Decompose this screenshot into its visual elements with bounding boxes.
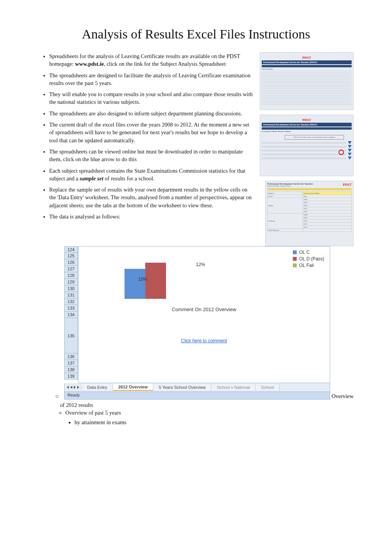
thumb-title: Professional Development Service for Tea…: [262, 60, 352, 64]
thumbnail-results-page: PDST Professional Development Service fo…: [260, 115, 354, 176]
row-header: 137: [64, 360, 78, 367]
bullet-item: The spreadsheets are also designed to in…: [49, 110, 253, 117]
subject-value: Construction Studies: [302, 192, 351, 195]
year-label: Year: [302, 195, 351, 198]
row-header: 134: [64, 312, 78, 318]
row-header: 133: [64, 305, 78, 312]
latest-stories-label: Latest Stories: [262, 68, 273, 70]
sub-sub-bullet-item: by attainment in exams: [75, 418, 354, 426]
bullet-item: They will enable you to compare results …: [49, 90, 253, 106]
tab-first-icon: [67, 386, 69, 389]
year-cell: 2010: [302, 220, 351, 223]
red-highlight-circle-icon: [339, 150, 344, 155]
thumb3-table: SubjectConstruction Studies LevelYear Hi…: [267, 192, 352, 232]
link-text: www.pdst.ie: [75, 61, 104, 67]
overview-text: Overview: [332, 393, 354, 400]
text: , click on the link for the Subject Anal…: [104, 61, 226, 67]
comment-section-title: Comment On 2012 Overview: [78, 307, 330, 312]
tab-data-entry[interactable]: Data Entry: [82, 384, 113, 390]
tab-next-icon: [74, 386, 76, 389]
year-cell: 2009: [302, 201, 351, 204]
sub-bullet-item: of 2012 results: [60, 401, 354, 409]
pdst-logo-text: PDST: [262, 54, 352, 60]
excel-status-bar: Ready: [64, 392, 330, 400]
tab-2012-overview[interactable]: 2012 Overview: [113, 384, 153, 391]
main-bullet-list: Spreadsheets for the analysis of Leaving…: [38, 52, 253, 220]
legend-label: OL D (Pass): [299, 256, 324, 262]
tab-school[interactable]: School: [256, 384, 280, 390]
comment-link[interactable]: Click here to comment: [78, 338, 330, 343]
thumb3-subtitle: Subject Results Analysis Sheet: [267, 185, 352, 187]
subject-label: Subject: [267, 192, 303, 195]
year-cell: 2008: [302, 198, 351, 201]
sub-bullet-list: of 2012 results Overview of past 5 years…: [38, 401, 354, 426]
sample-set-text: sample set: [80, 175, 103, 182]
legend-label: OL Fail: [299, 263, 314, 268]
row-header: 127: [64, 266, 78, 272]
download-arrow-icon: [348, 149, 352, 152]
row-header: 136: [64, 353, 78, 360]
bullet-item: The data is analysed as follows:: [49, 213, 253, 220]
tab-last-icon: [77, 386, 79, 389]
legend-swatch-icon: [293, 257, 297, 261]
text: Overview of past 5 years: [65, 410, 121, 416]
document-page: Analysis of Results Excel Files Instruct…: [0, 0, 392, 555]
bullet-column: Spreadsheets for the analysis of Leaving…: [38, 52, 253, 246]
chart-canvas: OL C OL D (Pass) OL Fail 10% 12% Comment…: [78, 246, 330, 383]
row-header: 125: [64, 253, 78, 259]
row-header: 135: [64, 318, 78, 353]
content-row: Spreadsheets for the analysis of Leaving…: [38, 52, 354, 246]
excel-chart-area: ○ 124 125 126 127 128 129 130 131 132 13…: [38, 246, 354, 426]
legend-label: OL C: [299, 250, 310, 255]
comment-link-text: Click here to comment: [181, 338, 227, 343]
download-arrow-icon: [348, 141, 352, 144]
total-students-label: Total Students: [267, 229, 303, 232]
legend-swatch-icon: [293, 263, 297, 267]
sub-sub-bullet-list: by attainment in exams: [65, 418, 354, 426]
tab-prev-icon: [70, 386, 72, 389]
chart-legend: OL C OL D (Pass) OL Fail: [293, 250, 324, 269]
results-analysis-label: Leaving Certificate Results analysis: [262, 130, 291, 132]
download-arrow-icon: [348, 153, 352, 156]
bullet-item: The spreadsheets can be viewed online bu…: [49, 148, 253, 163]
row-header: 139: [64, 373, 78, 380]
tab-school-v-national[interactable]: School v National: [211, 384, 256, 390]
year-cell: 2012: [302, 210, 351, 213]
pdst-logo-text: PDST: [343, 183, 352, 187]
thumbnail-data-entry-sheet: PDST Professional Development Service fo…: [265, 181, 354, 246]
excel-screenshot: 124 125 126 127 128 129 130 131 132 133 …: [64, 246, 330, 400]
thumb-title: Professional Development Service for Tea…: [262, 123, 352, 127]
row-header: 126: [64, 259, 78, 266]
bullet-item: Spreadsheets for the analysis of Leaving…: [49, 52, 253, 68]
bullet-item: The spreadsheets are designed to facilit…: [49, 72, 253, 87]
download-hint-box: Click on the blue arrow to download to y…: [285, 135, 344, 140]
side-images-column: PDST Professional Development Service fo…: [260, 52, 354, 246]
bullet-item: Each subject spreadsheet contains the St…: [49, 167, 253, 183]
page-title: Analysis of Results Excel Files Instruct…: [38, 27, 354, 42]
bar-ol-d-pass: [145, 263, 166, 299]
download-arrow-icon: [348, 145, 352, 148]
year-cell: 2008: [302, 213, 351, 217]
pdst-logo-text: PDST: [262, 117, 352, 123]
tab-nav-controls[interactable]: [65, 386, 82, 389]
tab-5-years-overview[interactable]: 5 Years School Overview: [153, 384, 211, 390]
year-cell: 2009: [302, 217, 351, 220]
row-header: 129: [64, 279, 78, 285]
row-header: 128: [64, 272, 78, 279]
bar-value-label: 10%: [138, 277, 148, 282]
row-header: 138: [64, 367, 78, 373]
bullet-item: The current draft of the excel files cov…: [49, 121, 253, 144]
year-cell: 2012: [302, 226, 351, 229]
excel-row-headers: 124 125 126 127 128 129 130 131 132 133 …: [64, 246, 78, 383]
excel-sheet-tabs: Data Entry 2012 Overview 5 Years School …: [64, 383, 330, 392]
higher-label: Higher: [267, 198, 303, 213]
row-header: 130: [64, 285, 78, 292]
sub-bullet-item: Overview of past 5 years by attainment i…: [65, 409, 354, 426]
bullet-item: Replace the sample set of results with y…: [49, 186, 253, 209]
text: of results for a school.: [103, 175, 154, 182]
year-cell: 2010: [302, 204, 351, 207]
year-cell: 2011: [302, 223, 351, 226]
ordinary-label: Ordinary: [267, 213, 303, 229]
sub-bullet-marker: ○: [55, 393, 59, 400]
level-label: Level: [267, 195, 303, 198]
